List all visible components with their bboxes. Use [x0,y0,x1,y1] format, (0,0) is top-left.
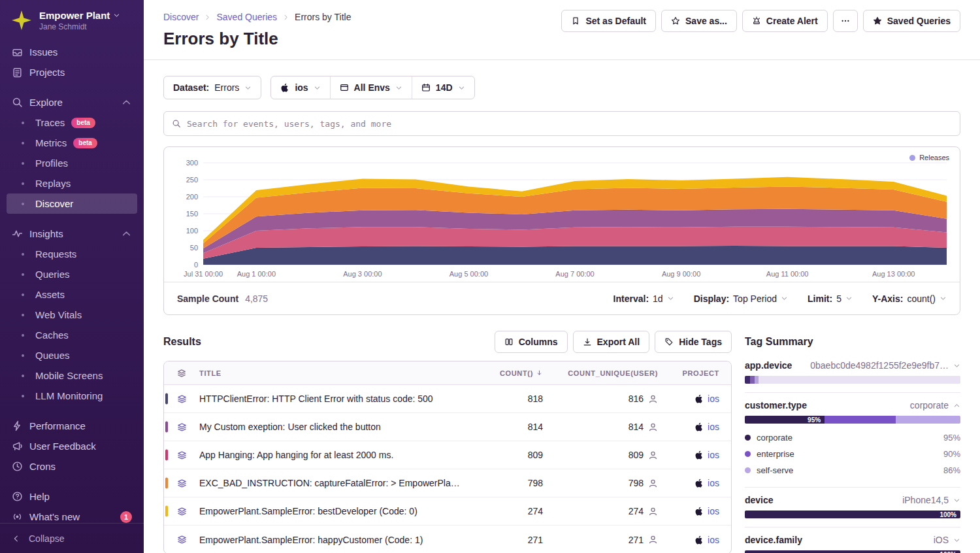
bullet-icon [22,142,24,144]
table-row[interactable]: My Custom exeption: User clicked the but… [164,413,731,441]
series-color-bar [165,422,168,433]
event-title-link[interactable]: EXC_BAD_INSTRUCTION: captureFatalError: … [199,478,471,488]
limit-selector[interactable]: Limit: 5 [808,293,853,304]
column-count-unique[interactable]: COUNT_UNIQUE(USER) [543,369,658,377]
table-row[interactable]: EmpowerPlant.SampleError: bestDeveloper … [164,497,731,526]
table-row[interactable]: EXC_BAD_INSTRUCTION: captureFatalError: … [164,469,731,497]
issues-icon [12,46,23,58]
event-title-link[interactable]: EmpowerPlant.SampleError: happyCustomer … [199,535,471,545]
bullet-icon [22,314,24,316]
more-options-button[interactable] [833,10,858,32]
sidebar-item-label: Queries [35,269,70,280]
org-switcher[interactable]: Empower Plant Jane Schmidt [0,0,144,39]
column-project[interactable]: PROJECT [658,369,731,377]
event-title-link[interactable]: EmpowerPlant.SampleError: bestDeveloper … [199,506,471,516]
project-link[interactable]: ios [708,422,719,432]
display-selector[interactable]: Display: Top Period [694,293,788,304]
series-color-bar [165,506,168,517]
lower-section: Results Columns Export All [163,331,960,553]
tag-section-header[interactable]: app.device0baebc0de4982f1255f2e9e9fb7… [745,360,960,371]
tag-value-row[interactable]: enterprise90% [745,446,960,462]
dataset-selector[interactable]: Dataset: Errors [163,76,261,99]
sidebar-item-profiles[interactable]: Profiles [7,153,137,173]
sidebar-item-mobile-screens[interactable]: Mobile Screens [7,365,137,386]
bullet-icon [22,293,24,296]
event-title-link[interactable]: App Hanging: App hanging for at least 20… [199,450,471,460]
tag-top-value: iOS [934,535,960,545]
sidebar-item-issues[interactable]: Issues [7,42,137,62]
saved-queries-button[interactable]: Saved Queries [863,10,960,32]
create-alert-button[interactable]: Create Alert [742,10,828,32]
tag-value-row[interactable]: corporate95% [745,429,960,446]
project-link[interactable]: ios [708,478,719,488]
search-bar[interactable] [163,111,960,136]
sidebar-section-explore[interactable]: Explore [7,92,137,112]
save-as-button[interactable]: Save as... [661,10,737,32]
sidebar-item-what-s-new[interactable]: What's new1 [7,507,137,523]
sidebar-section-insights[interactable]: Insights [7,224,137,244]
tag-section-app-device: app.device0baebc0de4982f1255f2e9e9fb7… [745,353,960,393]
collapse-button[interactable]: Collapse [0,523,144,553]
project-link[interactable]: ios [708,535,719,545]
sidebar-item-replays[interactable]: Replays [7,173,137,193]
unique-count-cell: 809 [543,450,658,460]
count-cell: 809 [471,450,543,460]
breadcrumb-current: Errors by Title [295,12,351,22]
table-row[interactable]: HTTPClientError: HTTP Client Error with … [164,385,731,413]
stacked-area-chart[interactable]: 050100150200250300Jul 31 00:00Aug 1 00:0… [164,147,960,282]
sidebar-item-label: Projects [29,67,65,78]
button-label: Create Alert [766,16,818,26]
tag-section-header[interactable]: device.familyiOS [745,535,960,545]
sidebar-item-queues[interactable]: Queues [7,345,137,365]
table-row[interactable]: EmpowerPlant.SampleError: happyCustomer … [164,526,731,553]
button-label: Set as Default [585,16,646,26]
project-link[interactable]: ios [708,450,719,460]
unique-count-cell: 814 [543,422,658,432]
sidebar-item-queries[interactable]: Queries [7,264,137,284]
event-title-link[interactable]: My Custom exeption: User clicked the but… [199,422,471,432]
tag-summary-heading: Tag Summary [745,331,960,353]
breadcrumb-discover[interactable]: Discover [163,12,199,22]
sidebar-item-caches[interactable]: Caches [7,325,137,345]
sidebar-item-performance[interactable]: Performance [7,416,137,436]
chart-legend[interactable]: Releases [909,154,949,161]
sidebar-item-requests[interactable]: Requests [7,244,137,264]
sidebar-item-user-feedback[interactable]: User Feedback [7,436,137,456]
yaxis-selector[interactable]: Y-Axis: count() [872,293,947,304]
sidebar-item-discover[interactable]: Discover [7,193,137,214]
breadcrumb-saved-queries[interactable]: Saved Queries [216,12,277,22]
chevron-right-icon [204,14,211,21]
page-content: Dataset: Errors ios All Envs [144,60,980,553]
sidebar-item-assets[interactable]: Assets [7,284,137,305]
export-all-button[interactable]: Export All [573,331,650,353]
help-icon [12,491,23,502]
column-count[interactable]: COUNT() [471,369,543,377]
event-title-link[interactable]: HTTPClientError: HTTP Client Error with … [199,394,471,404]
columns-button[interactable]: Columns [495,331,568,353]
interval-selector[interactable]: Interval: 1d [613,293,674,304]
sidebar-item-traces[interactable]: Tracesbeta [7,112,137,133]
search-input[interactable] [187,119,952,129]
sidebar-item-projects[interactable]: Projects [7,62,137,82]
date-range-selector[interactable]: 14D [412,76,474,99]
org-meta: Empower Plant Jane Schmidt [39,10,120,31]
tag-distribution-bar: 95% [745,416,960,424]
project-selector[interactable]: ios [271,76,329,99]
hide-tags-button[interactable]: Hide Tags [655,331,732,353]
column-title[interactable]: TITLE [199,369,471,377]
project-link[interactable]: ios [708,394,719,404]
set-as-default-button[interactable]: Set as Default [561,10,656,32]
project-link[interactable]: ios [708,506,719,516]
sidebar-item-web-vitals[interactable]: Web Vitals [7,305,137,325]
tag-section-header[interactable]: deviceiPhone14,5 [745,495,960,505]
environment-selector[interactable]: All Envs [330,76,412,99]
sidebar-item-llm-monitoring[interactable]: LLM Monitoring [7,386,137,406]
svg-text:100: 100 [186,227,198,235]
sidebar-item-help[interactable]: Help [7,486,137,507]
sidebar-item-crons[interactable]: Crons [7,456,137,477]
tag-section-header[interactable]: customer.typecorporate [745,400,960,411]
table-row[interactable]: App Hanging: App hanging for at least 20… [164,441,731,469]
bullet-icon [22,334,24,337]
tag-value-row[interactable]: self-serve86% [745,462,960,478]
sidebar-item-metrics[interactable]: Metricsbeta [7,133,137,153]
